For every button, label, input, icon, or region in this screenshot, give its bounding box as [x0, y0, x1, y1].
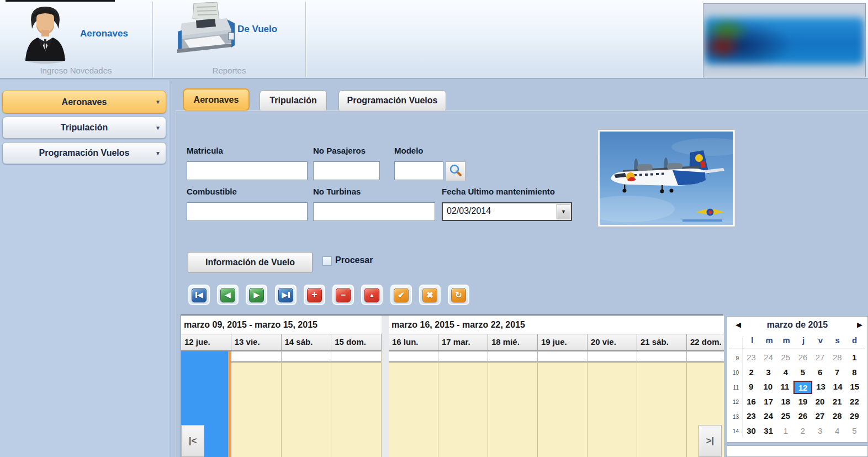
calendar-day[interactable]: 24	[760, 351, 777, 365]
calendar-day[interactable]: 28	[829, 410, 846, 423]
scheduler-first-week-button[interactable]: |<	[181, 425, 204, 457]
calendar-day[interactable]: 23	[743, 351, 760, 365]
calendar-day[interactable]: 1	[777, 425, 794, 438]
calendar-day[interactable]: 9	[743, 381, 760, 394]
informacion-de-vuelo-button[interactable]: Información de Vuelo	[188, 252, 313, 273]
calendar-day[interactable]: 1	[846, 351, 863, 365]
combustible-field[interactable]	[187, 202, 308, 221]
combo-dropdown-button[interactable]: ▼	[557, 204, 570, 219]
calendar-day[interactable]: 26	[794, 410, 811, 423]
calendar-day[interactable]: 2	[794, 425, 811, 438]
calendar-day[interactable]: 3	[760, 366, 777, 380]
nav-first-button[interactable]: ◀	[188, 284, 210, 306]
nav-delete-button[interactable]: −	[332, 284, 354, 306]
fecha-mantenimiento-combo[interactable]: 02/03/2014 ▼	[442, 202, 572, 221]
calendar-prev-icon[interactable]: ◀	[735, 321, 741, 329]
calendar-day[interactable]: 31	[760, 425, 777, 438]
nav-cancel-button[interactable]: ✖	[419, 284, 441, 306]
calendar-day[interactable]: 19	[794, 396, 811, 409]
calendar-day[interactable]: 11	[776, 381, 793, 394]
sidebar-item-programacion-vuelos[interactable]: Programación Vuelos ▼	[2, 142, 166, 164]
procesar-label[interactable]: Procesar	[335, 255, 373, 265]
calendar-next-icon[interactable]: ▶	[857, 321, 862, 329]
aeronaves-ribbon-button[interactable]	[20, 3, 71, 64]
day-header[interactable]: 19 jue.	[538, 334, 588, 351]
tab-programacion-vuelos[interactable]: Programación Vuelos	[338, 90, 446, 111]
calendar-day[interactable]: 15	[846, 381, 863, 394]
ribbon-action-label[interactable]: Aeronaves	[80, 28, 128, 39]
modelo-field[interactable]	[394, 161, 443, 180]
calendar-day[interactable]: 24	[760, 410, 777, 423]
calendar-day[interactable]: 27	[812, 351, 829, 365]
calendar-day[interactable]: 27	[812, 410, 829, 423]
nav-refresh-button[interactable]: ↻	[447, 284, 470, 306]
calendar-day[interactable]: 30	[743, 425, 760, 438]
calendar-day[interactable]: 29	[846, 410, 863, 423]
day-header[interactable]: 18 mié.	[488, 334, 538, 351]
day-header[interactable]: 15 dom.	[331, 334, 382, 351]
nav-last-button[interactable]: ▶	[274, 284, 297, 306]
modelo-search-button[interactable]	[446, 161, 465, 181]
day-column[interactable]	[488, 351, 538, 457]
calendar-day-selected[interactable]: 12	[793, 381, 813, 394]
day-header[interactable]: 16 lun.	[389, 334, 438, 351]
calendar-day[interactable]: 4	[777, 366, 794, 380]
calendar-day[interactable]: 5	[794, 366, 811, 380]
calendar-day[interactable]: 25	[777, 351, 794, 365]
day-column[interactable]	[438, 351, 488, 457]
procesar-checkbox[interactable]	[322, 256, 332, 266]
calendar-day[interactable]: 26	[794, 351, 811, 365]
calendar-day[interactable]: 8	[846, 366, 863, 380]
scheduler-last-week-button[interactable]: >|	[698, 425, 722, 457]
calendar-day[interactable]: 28	[829, 351, 846, 365]
tab-tripulacion[interactable]: Tripulación	[260, 90, 327, 111]
day-column[interactable]	[538, 351, 588, 457]
calendar-day[interactable]: 16	[743, 396, 760, 409]
nav-next-button[interactable]: ▶	[245, 284, 268, 306]
calendar-day[interactable]: 22	[846, 396, 863, 409]
day-column[interactable]	[282, 351, 332, 457]
tab-aeronaves[interactable]: Aeronaves	[183, 88, 250, 111]
nav-insert-button[interactable]: +	[303, 284, 326, 306]
day-header[interactable]: 22 dom.	[687, 334, 724, 351]
calendar-day[interactable]: 14	[829, 381, 846, 394]
no-turbinas-field[interactable]	[313, 202, 435, 221]
day-column[interactable]	[588, 351, 637, 457]
calendar-title: marzo de 2015	[744, 320, 851, 330]
day-header[interactable]: 13 vie.	[231, 334, 282, 351]
nav-edit-button[interactable]: ▲	[361, 284, 383, 306]
calendar-day[interactable]: 21	[829, 396, 846, 409]
sidebar-item-aeronaves[interactable]: Aeronaves ▼	[2, 91, 166, 113]
matricula-field[interactable]	[187, 161, 308, 180]
reporte-de-vuelo-button[interactable]	[174, 1, 237, 56]
day-column[interactable]	[389, 351, 438, 457]
calendar-day[interactable]: 7	[829, 366, 846, 380]
calendar-day[interactable]: 10	[760, 381, 777, 394]
day-header[interactable]: 12 jue.	[181, 334, 231, 351]
calendar-day[interactable]: 5	[846, 425, 863, 438]
no-pasajeros-field[interactable]	[313, 161, 380, 180]
day-header[interactable]: 14 sáb.	[282, 334, 332, 351]
calendar-day[interactable]: 6	[812, 366, 829, 380]
calendar-day[interactable]: 18	[777, 396, 794, 409]
day-column[interactable]	[231, 351, 282, 457]
nav-prior-button[interactable]: ◀	[216, 284, 239, 306]
nav-post-button[interactable]: ✔	[390, 284, 412, 306]
last-record-icon: ▶	[278, 288, 293, 302]
calendar-day[interactable]: 25	[777, 410, 794, 423]
calendar-day[interactable]: 17	[760, 396, 777, 409]
sidebar-item-tripulacion[interactable]: Tripulación ▼	[2, 117, 166, 139]
day-header[interactable]: 17 mar.	[438, 334, 488, 351]
calendar-day[interactable]: 4	[829, 425, 846, 438]
calendar-day[interactable]: 13	[812, 381, 829, 394]
calendar-day[interactable]: 3	[812, 425, 829, 438]
day-header[interactable]: 20 vie.	[588, 334, 637, 351]
calendar-day[interactable]: 23	[743, 410, 760, 423]
day-column[interactable]	[331, 351, 382, 457]
search-icon	[449, 164, 462, 179]
day-header[interactable]: 21 sáb.	[637, 334, 687, 351]
day-column[interactable]	[637, 351, 687, 457]
ribbon-action-label[interactable]: De Vuelo	[237, 24, 277, 35]
calendar-day[interactable]: 20	[812, 396, 829, 409]
calendar-day[interactable]: 2	[743, 366, 760, 380]
